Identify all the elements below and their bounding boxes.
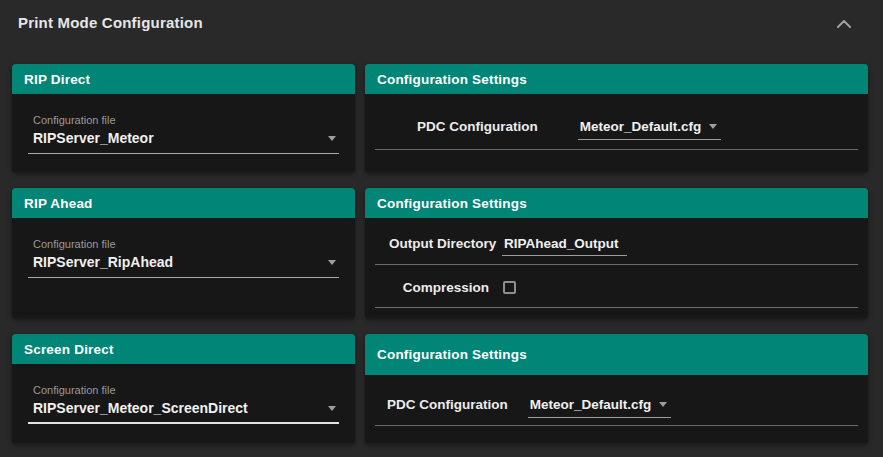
screen-direct-settings-panel: Configuration Settings PDC Configuration… bbox=[365, 334, 868, 443]
configuration-file-value: RIPServer_Meteor_ScreenDirect bbox=[33, 400, 248, 416]
pdc-configuration-row: PDC Configuration Meteor_Default.cfg bbox=[365, 119, 868, 140]
output-directory-input[interactable]: RIPAhead_Output bbox=[502, 236, 627, 256]
rip-ahead-panel: RIP Ahead Configuration file RIPServer_R… bbox=[12, 188, 355, 318]
pdc-configuration-value: Meteor_Default.cfg bbox=[580, 119, 702, 134]
pdc-configuration-label: PDC Configuration bbox=[417, 119, 538, 134]
print-mode-configuration-header: Print Mode Configuration bbox=[0, 0, 883, 64]
configuration-file-value: RIPServer_Meteor bbox=[33, 130, 154, 146]
output-directory-label: Output Directory bbox=[389, 236, 489, 251]
configuration-file-label: Configuration file bbox=[28, 238, 339, 250]
chevron-up-icon[interactable] bbox=[835, 17, 853, 31]
configuration-file-label: Configuration file bbox=[28, 384, 339, 396]
configuration-file-value: RIPServer_RipAhead bbox=[33, 254, 173, 270]
caret-down-icon bbox=[328, 260, 336, 265]
configuration-settings-header: Configuration Settings bbox=[365, 334, 868, 375]
row-divider bbox=[375, 149, 858, 150]
rip-ahead-panel-body: Configuration file RIPServer_RipAhead bbox=[12, 218, 355, 278]
panel-title: Configuration Settings bbox=[377, 196, 527, 211]
pdc-configuration-select[interactable]: Meteor_Default.cfg bbox=[578, 119, 722, 140]
output-directory-row: Output Directory RIPAhead_Output bbox=[365, 236, 868, 256]
panel-title: Configuration Settings bbox=[377, 347, 527, 362]
rip-ahead-panel-header: RIP Ahead bbox=[12, 188, 355, 218]
screen-direct-panel: Screen Direct Configuration file RIPServ… bbox=[12, 334, 355, 443]
panel-title: Configuration Settings bbox=[377, 72, 527, 87]
configuration-file-select[interactable]: RIPServer_Meteor_ScreenDirect bbox=[28, 400, 339, 424]
compression-row: Compression bbox=[365, 276, 868, 298]
screen-direct-panel-body: Configuration file RIPServer_Meteor_Scre… bbox=[12, 364, 355, 424]
caret-down-icon bbox=[328, 136, 336, 141]
caret-down-icon bbox=[659, 402, 667, 407]
configuration-file-select[interactable]: RIPServer_Meteor bbox=[28, 130, 339, 154]
rip-ahead-settings-body: Output Directory RIPAhead_Output Compres… bbox=[365, 218, 868, 308]
screen-direct-settings-body: PDC Configuration Meteor_Default.cfg bbox=[365, 375, 868, 426]
pdc-configuration-select[interactable]: Meteor_Default.cfg bbox=[528, 397, 672, 418]
rip-direct-panel: RIP Direct Configuration file RIPServer_… bbox=[12, 64, 355, 172]
screen-direct-panel-header: Screen Direct bbox=[12, 334, 355, 364]
panel-title: Screen Direct bbox=[24, 342, 114, 357]
caret-down-icon bbox=[328, 406, 336, 411]
configuration-settings-header: Configuration Settings bbox=[365, 188, 868, 218]
rip-ahead-settings-panel: Configuration Settings Output Directory … bbox=[365, 188, 868, 318]
rip-direct-settings-panel: Configuration Settings PDC Configuration… bbox=[365, 64, 868, 172]
caret-down-icon bbox=[709, 124, 717, 129]
rip-direct-settings-body: PDC Configuration Meteor_Default.cfg bbox=[365, 94, 868, 150]
compression-label: Compression bbox=[389, 280, 489, 295]
configuration-file-select[interactable]: RIPServer_RipAhead bbox=[28, 254, 339, 278]
print-mode-grid: RIP Direct Configuration file RIPServer_… bbox=[0, 64, 883, 443]
configuration-settings-header: Configuration Settings bbox=[365, 64, 868, 94]
pdc-configuration-value: Meteor_Default.cfg bbox=[530, 397, 652, 412]
configuration-file-label: Configuration file bbox=[28, 114, 339, 126]
page-title: Print Mode Configuration bbox=[18, 14, 203, 31]
row-divider bbox=[375, 425, 858, 426]
pdc-configuration-label: PDC Configuration bbox=[387, 397, 508, 412]
panel-title: RIP Direct bbox=[24, 72, 90, 87]
rip-direct-panel-header: RIP Direct bbox=[12, 64, 355, 94]
row-divider bbox=[375, 264, 858, 265]
rip-direct-panel-body: Configuration file RIPServer_Meteor bbox=[12, 94, 355, 154]
panel-title: RIP Ahead bbox=[24, 196, 93, 211]
row-divider bbox=[375, 307, 858, 308]
compression-checkbox[interactable] bbox=[503, 281, 516, 294]
pdc-configuration-row: PDC Configuration Meteor_Default.cfg bbox=[365, 397, 868, 418]
